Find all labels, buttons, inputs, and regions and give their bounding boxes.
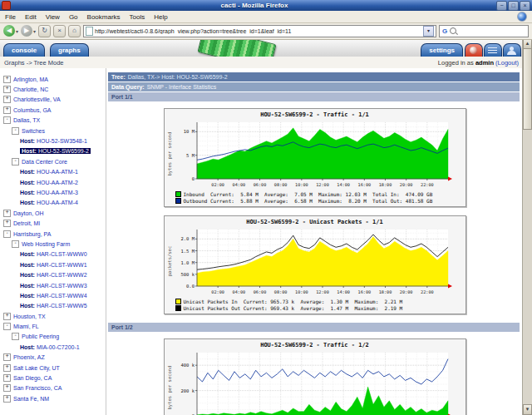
expand-icon[interactable]: + <box>3 210 11 217</box>
collapse-icon[interactable]: - <box>12 240 19 248</box>
url-bar[interactable]: http://webtest/cacti-0.8.6/graph_view.ph… <box>83 25 436 37</box>
expand-icon[interactable]: + <box>3 374 11 382</box>
url-dropdown-button[interactable]: ▾ <box>423 26 434 37</box>
tree-item-host[interactable]: Host:HAR-CLST-WWW0 <box>0 249 106 259</box>
scrollbar-thumb[interactable] <box>523 48 532 130</box>
tree-item-host[interactable]: Host:HOU-AA-ATM-4 <box>0 198 106 208</box>
tree-item[interactable]: +Charlotte, NC <box>0 84 106 94</box>
tree-item-host[interactable]: Host:HAR-CLST-WWW5 <box>0 301 106 311</box>
search-input[interactable]: G <box>439 25 529 37</box>
logout-link[interactable]: (Logout) <box>495 59 519 67</box>
chart-canvas: 0200 k400 k02:0004:0006:0008:0010:0012:0… <box>174 349 458 415</box>
tree-item-host[interactable]: Host:HOU-52-SW6599-2 <box>0 146 106 156</box>
maximize-button[interactable]: □ <box>508 1 519 11</box>
tree-item-label: Data Center Core <box>22 159 67 165</box>
tree-item[interactable]: +Detroit, MI <box>0 218 106 228</box>
tab-graphs[interactable]: graphs <box>50 43 89 57</box>
tab-settings[interactable]: settings <box>421 43 463 57</box>
tree-item-host[interactable]: Host:HAR-CLST-WWW1 <box>0 259 106 269</box>
graph-unicast-1-1[interactable]: HOU-52-SW6599-2 - Unicast Packets - 1/1 … <box>164 215 466 314</box>
tree-item[interactable]: -Miami, FL <box>0 321 106 331</box>
menu-bookmarks[interactable]: Bookmarks <box>87 13 121 21</box>
alert-icon-tab[interactable] <box>465 43 483 57</box>
back-dropdown-icon[interactable]: ▾ <box>16 28 18 34</box>
close-button[interactable]: × <box>520 1 530 11</box>
back-button[interactable]: ◀ <box>3 25 15 37</box>
forward-button[interactable]: ▶ <box>21 25 32 37</box>
forward-dropdown-icon[interactable]: ▾ <box>33 28 36 34</box>
graph-tree-sidebar: +Arlington, MA+Charlotte, NC+Charlottesv… <box>0 68 106 415</box>
tree-item-host[interactable]: Host:HAR-CLST-WWW3 <box>0 280 106 290</box>
expand-icon[interactable]: + <box>3 395 11 403</box>
user-icon-tab[interactable] <box>503 43 521 57</box>
tree-item-label: Salt Lake City, UT <box>13 365 60 371</box>
expand-icon[interactable]: + <box>3 76 11 83</box>
tree-item[interactable]: -Dallas, TX <box>0 116 106 126</box>
expand-icon[interactable]: + <box>3 96 11 103</box>
tree-item-host[interactable]: Host:HOU-AA-ATM-2 <box>0 177 106 187</box>
menu-file[interactable]: File <box>5 13 16 21</box>
tree-item-host[interactable]: Host:HOU-AA-ATM-1 <box>0 167 106 177</box>
tree-item-host[interactable]: Host:HAR-CLST-WWW2 <box>0 269 106 279</box>
tree-item[interactable]: +San Diego, CA <box>0 373 106 383</box>
expand-icon[interactable]: + <box>3 364 11 372</box>
tree-item[interactable]: +San Francisco, CA <box>0 383 106 393</box>
tree-item-host[interactable]: Host:HAR-CLST-WWW4 <box>0 290 106 300</box>
tree-item[interactable]: -Data Center Core <box>0 156 106 166</box>
graph-traffic-1-1[interactable]: HOU-52-SW6599-2 - Traffic - 1/1 bytes pe… <box>164 108 466 207</box>
vertical-scrollbar[interactable]: ▲ ▼ <box>522 38 532 415</box>
collapse-icon[interactable]: - <box>12 158 19 166</box>
tree-item[interactable]: +Santa Fe, NM <box>0 393 106 403</box>
expand-icon[interactable]: + <box>3 106 11 114</box>
page-viewport: console graphs settings Graphs -> Tree M… <box>0 38 523 415</box>
tree-item-label: Columbus, GA <box>13 107 52 113</box>
tree-item-text: Host:HAR-CLST-WWW2 <box>20 272 87 278</box>
menu-tools[interactable]: Tools <box>130 13 145 21</box>
stop-button[interactable]: × <box>53 25 66 37</box>
home-button[interactable]: ⌂ <box>68 25 81 37</box>
expand-icon[interactable]: + <box>3 353 11 361</box>
legend-row: Outbound Current: 5.88 M Average: 6.58 M… <box>175 197 460 204</box>
legend-row: Unicast Packets Out Current: 969.43 k Av… <box>175 304 460 311</box>
tree-item-text: Phoenix, AZ <box>13 354 45 360</box>
tree-item[interactable]: -Switches <box>0 126 106 136</box>
collapse-icon[interactable]: - <box>12 333 19 340</box>
tree-item[interactable]: -Web Hosting Farm <box>0 239 106 249</box>
collapse-icon[interactable]: - <box>3 323 11 330</box>
expand-icon[interactable]: + <box>3 86 11 93</box>
tree-item[interactable]: -Harrisburg, PA <box>0 229 106 239</box>
tree-item-host[interactable]: Host:HOU-52-SW3548-1 <box>0 136 106 146</box>
tree-item[interactable]: +Houston, TX <box>0 311 106 321</box>
expand-icon[interactable]: + <box>3 384 11 392</box>
expand-icon[interactable]: + <box>3 220 11 227</box>
url-text[interactable]: http://webtest/cacti-0.8.6/graph_view.ph… <box>95 28 421 34</box>
minimize-button[interactable]: − <box>496 1 507 11</box>
tree-item-host[interactable]: Host:HOU-AA-ATM-3 <box>0 187 106 197</box>
list-icon-tab[interactable] <box>484 43 502 57</box>
breadcrumb[interactable]: Graphs -> Tree Mode <box>4 59 64 67</box>
tree-item-host[interactable]: Host:MIA-00-C7200-1 <box>0 342 106 352</box>
menu-view[interactable]: View <box>46 13 60 21</box>
search-engine-icon[interactable]: G <box>442 27 447 35</box>
menu-help[interactable]: Help <box>154 13 167 21</box>
scroll-down-button[interactable]: ▼ <box>523 404 532 415</box>
tree-item[interactable]: +Columbus, GA <box>0 105 106 115</box>
svg-text:02:00: 02:00 <box>211 182 224 187</box>
menu-go[interactable]: Go <box>69 13 78 21</box>
collapse-icon[interactable]: - <box>3 116 11 124</box>
tree-item[interactable]: +Phoenix, AZ <box>0 353 106 363</box>
menu-edit[interactable]: Edit <box>25 13 37 21</box>
graph-title: HOU-52-SW6599-2 - Unicast Packets - 1/1 <box>167 218 463 226</box>
collapse-icon[interactable]: - <box>3 230 11 238</box>
tree-item[interactable]: +Arlington, MA <box>0 74 106 84</box>
graph-traffic-1-2[interactable]: HOU-52-SW6599-2 - Traffic - 1/2 bytes pe… <box>164 338 466 415</box>
collapse-icon[interactable]: - <box>12 127 19 135</box>
tree-item[interactable]: +Salt Lake City, UT <box>0 363 106 373</box>
tree-item[interactable]: +Dayton, OH <box>0 208 106 218</box>
tree-item[interactable]: -Public Peering <box>0 332 106 342</box>
navigation-toolbar: ◀ ▾ ▶ ▾ ↻ × ⌂ http://webtest/cacti-0.8.6… <box>0 22 532 40</box>
reload-button[interactable]: ↻ <box>38 25 51 37</box>
expand-icon[interactable]: + <box>3 313 11 320</box>
tree-item[interactable]: +Charlottesville, VA <box>0 95 106 105</box>
tab-console[interactable]: console <box>3 43 45 57</box>
